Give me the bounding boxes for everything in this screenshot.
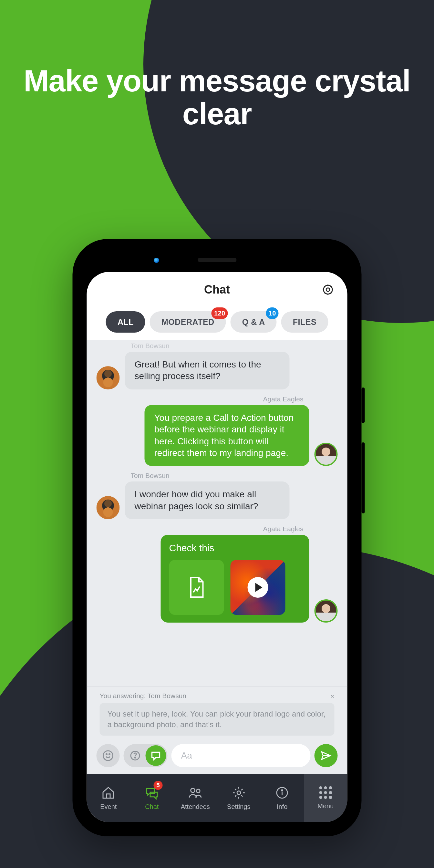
chat-tabs: ALL MODERATED 120 Q & A 10 FILES bbox=[87, 307, 347, 340]
sender-name: Tom Bowsun bbox=[131, 342, 338, 350]
app-screen: Chat ALL MODERATED 120 Q & A 10 bbox=[87, 272, 347, 822]
svg-point-0 bbox=[326, 288, 330, 291]
sender-name: Agata Eagles bbox=[97, 525, 304, 533]
tab-all[interactable]: ALL bbox=[106, 311, 145, 333]
chat-messages[interactable]: Tom Bowsun Great! But when it comes to t… bbox=[87, 340, 347, 686]
send-button[interactable] bbox=[314, 744, 338, 767]
question-mode-button[interactable] bbox=[125, 745, 146, 766]
message-block: Agata Eagles Check this bbox=[97, 525, 338, 623]
nav-attendees[interactable]: Attendees bbox=[174, 774, 217, 822]
tab-moderated[interactable]: MODERATED 120 bbox=[150, 311, 226, 333]
nav-event[interactable]: Event bbox=[87, 774, 130, 822]
nav-settings[interactable]: Settings bbox=[217, 774, 260, 822]
tab-qa[interactable]: Q & A 10 bbox=[230, 311, 277, 333]
reply-text: You set it up here, look. You can pick y… bbox=[100, 703, 335, 736]
gear-icon bbox=[321, 283, 335, 296]
question-bubble-icon bbox=[129, 750, 141, 762]
message-bubble: Great! But when it comes to the selling … bbox=[125, 352, 290, 390]
reply-preview: You answering: Tom Bowsun × You set it u… bbox=[87, 686, 347, 739]
nav-info[interactable]: Info bbox=[260, 774, 304, 822]
close-reply-button[interactable]: × bbox=[330, 693, 334, 700]
avatar[interactable] bbox=[314, 443, 338, 466]
message-input-bar: Aa bbox=[87, 739, 347, 774]
document-icon bbox=[187, 576, 206, 599]
smile-icon bbox=[102, 750, 114, 762]
info-icon bbox=[275, 786, 289, 800]
svg-point-11 bbox=[282, 789, 283, 791]
play-icon bbox=[248, 577, 268, 598]
phone-side-button bbox=[362, 442, 365, 514]
sender-name: Agata Eagles bbox=[97, 395, 304, 403]
chat-mode-button[interactable] bbox=[146, 745, 166, 766]
svg-point-8 bbox=[196, 789, 200, 793]
bottom-nav: Event 5 Chat Attendees Settings In bbox=[87, 774, 347, 822]
avatar[interactable] bbox=[97, 496, 120, 519]
mode-toggle bbox=[124, 744, 167, 767]
message-block: Agata Eagles You prepare a Call to Actio… bbox=[97, 395, 338, 466]
svg-point-3 bbox=[106, 754, 107, 755]
badge-count: 120 bbox=[212, 307, 228, 319]
nav-label: Settings bbox=[227, 803, 250, 810]
phone-frame: Chat ALL MODERATED 120 Q & A 10 bbox=[73, 239, 362, 836]
phone-side-button bbox=[362, 388, 365, 423]
message-bubble: You prepare a Call to Action button befo… bbox=[145, 405, 309, 466]
tab-label: Q & A bbox=[242, 317, 265, 327]
tab-files[interactable]: FILES bbox=[281, 311, 328, 333]
menu-grid-icon bbox=[319, 786, 332, 799]
nav-label: Chat bbox=[145, 803, 159, 810]
nav-chat[interactable]: 5 Chat bbox=[130, 774, 174, 822]
phone-speaker bbox=[197, 258, 237, 262]
badge-count: 5 bbox=[154, 781, 163, 790]
svg-point-7 bbox=[191, 788, 195, 793]
message-block: Tom Bowsun Great! But when it comes to t… bbox=[97, 342, 338, 390]
chat-bubble-icon bbox=[150, 750, 162, 762]
svg-point-1 bbox=[323, 285, 332, 294]
nav-menu[interactable]: Menu bbox=[304, 774, 347, 822]
svg-point-2 bbox=[103, 751, 113, 761]
nav-label: Event bbox=[100, 803, 117, 810]
settings-button[interactable] bbox=[321, 283, 335, 296]
nav-label: Attendees bbox=[181, 803, 210, 810]
reply-label: You answering: Tom Bowsun bbox=[100, 692, 187, 700]
promo-headline: Make your message crystal clear bbox=[0, 65, 434, 130]
gear-icon bbox=[231, 786, 246, 800]
emoji-button[interactable] bbox=[97, 744, 120, 767]
app-header: Chat bbox=[87, 272, 347, 307]
sender-name: Tom Bowsun bbox=[131, 472, 338, 479]
avatar[interactable] bbox=[97, 366, 120, 390]
nav-label: Info bbox=[277, 803, 287, 810]
avatar[interactable] bbox=[314, 599, 338, 623]
home-icon bbox=[101, 786, 116, 800]
page-title: Chat bbox=[204, 283, 230, 297]
message-input[interactable]: Aa bbox=[172, 744, 311, 767]
message-block: Tom Bowsun I wonder how did you make all… bbox=[97, 472, 338, 519]
attachment-video[interactable] bbox=[230, 560, 285, 615]
svg-point-9 bbox=[237, 791, 241, 795]
badge-count: 10 bbox=[266, 307, 279, 319]
tab-label: MODERATED bbox=[161, 317, 214, 327]
attachment-document[interactable] bbox=[169, 560, 224, 615]
send-icon bbox=[320, 750, 332, 762]
svg-point-6 bbox=[135, 757, 135, 758]
phone-sensor-icon bbox=[154, 258, 159, 263]
nav-label: Menu bbox=[317, 802, 334, 810]
attachment-title: Check this bbox=[169, 542, 301, 554]
message-bubble: I wonder how did you make all webinar pa… bbox=[125, 482, 290, 519]
svg-point-4 bbox=[109, 754, 110, 755]
people-icon bbox=[188, 786, 203, 800]
attachment-card: Check this bbox=[161, 535, 309, 623]
